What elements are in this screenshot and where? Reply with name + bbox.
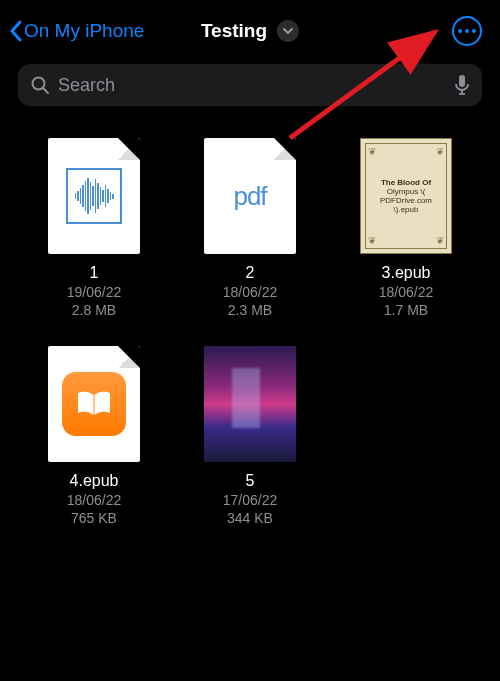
file-size: 1.7 MB: [384, 302, 428, 318]
svg-point-0: [33, 78, 45, 90]
file-name: 5: [246, 472, 255, 490]
file-thumbnail-epub-cover: ❦❦ ❦❦ The Blood Of Olympus \( PDFDrive.c…: [360, 138, 452, 254]
chevron-left-icon: [8, 19, 24, 43]
cover-text-line: PDFDrive.com: [380, 196, 432, 205]
microphone-icon[interactable]: [454, 74, 470, 96]
file-name: 3.epub: [382, 264, 431, 282]
cover-text-line: Olympus \(: [387, 187, 426, 196]
file-item[interactable]: 5 17/06/22 344 KB: [182, 346, 318, 526]
file-size: 765 KB: [71, 510, 117, 526]
search-input[interactable]: [58, 75, 446, 96]
file-thumbnail-pdf: pdf: [204, 138, 296, 254]
ibooks-icon: [62, 372, 126, 436]
file-grid: 1 19/06/22 2.8 MB pdf 2 18/06/22 2.3 MB …: [0, 106, 500, 558]
file-date: 19/06/22: [67, 284, 122, 300]
file-date: 18/06/22: [379, 284, 434, 300]
file-item[interactable]: 1 19/06/22 2.8 MB: [26, 138, 162, 318]
header-bar: On My iPhone Testing: [0, 0, 500, 58]
file-name: 2: [246, 264, 255, 282]
file-size: 344 KB: [227, 510, 273, 526]
file-name: 4.epub: [70, 472, 119, 490]
file-item[interactable]: pdf 2 18/06/22 2.3 MB: [182, 138, 318, 318]
search-icon: [30, 75, 50, 95]
more-options-button[interactable]: [452, 16, 482, 46]
folder-dropdown-button[interactable]: [277, 20, 299, 42]
folder-title-wrap[interactable]: Testing: [201, 20, 299, 42]
file-date: 18/06/22: [223, 284, 278, 300]
page-title: Testing: [201, 20, 267, 42]
search-bar[interactable]: [18, 64, 482, 106]
file-item[interactable]: 4.epub 18/06/22 765 KB: [26, 346, 162, 526]
chevron-down-icon: [282, 27, 294, 35]
cover-text-line: \).epub: [394, 205, 419, 214]
file-thumbnail-image: [204, 346, 296, 462]
waveform-icon: [66, 168, 122, 224]
file-date: 17/06/22: [223, 492, 278, 508]
pdf-icon: pdf: [233, 181, 266, 212]
file-thumbnail-audio: [48, 138, 140, 254]
svg-rect-2: [459, 75, 465, 87]
back-label: On My iPhone: [24, 20, 144, 42]
file-size: 2.3 MB: [228, 302, 272, 318]
back-button[interactable]: On My iPhone: [8, 19, 144, 43]
file-item[interactable]: ❦❦ ❦❦ The Blood Of Olympus \( PDFDrive.c…: [338, 138, 474, 318]
svg-line-1: [44, 89, 49, 94]
ellipsis-icon: [458, 29, 476, 33]
cover-text-line: The Blood Of: [381, 178, 431, 187]
file-date: 18/06/22: [67, 492, 122, 508]
file-name: 1: [90, 264, 99, 282]
file-size: 2.8 MB: [72, 302, 116, 318]
file-thumbnail-ibooks: [48, 346, 140, 462]
